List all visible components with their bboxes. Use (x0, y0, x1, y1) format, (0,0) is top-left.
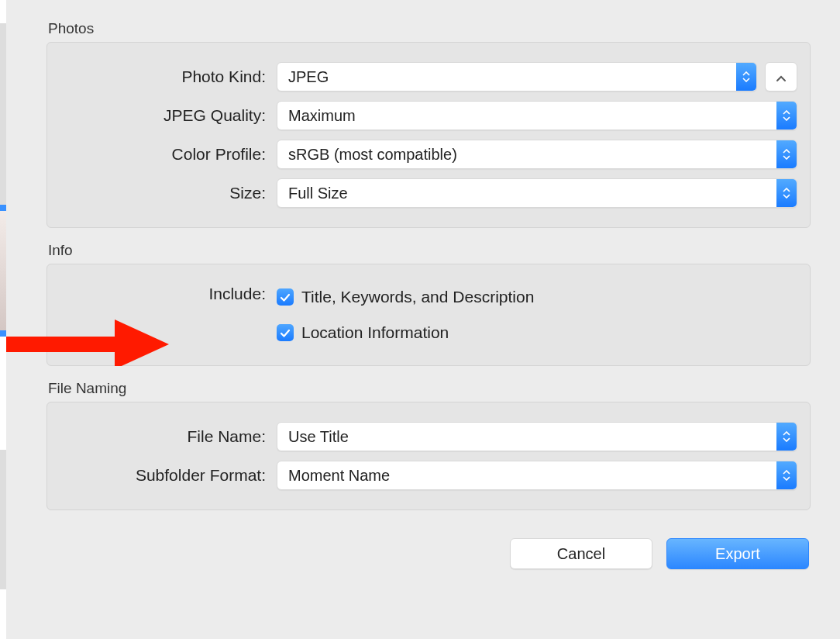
section-info: Info Include: Title, Keywords, and Descr… (46, 242, 811, 366)
checkbox-title-keywords[interactable] (277, 288, 294, 306)
stepper-icon (776, 423, 797, 451)
row-photo-kind: Photo Kind: JPEG (60, 61, 797, 92)
section-filenaming: File Naming File Name: Use Title Subfold… (46, 380, 811, 510)
checkbox-title-keywords-label: Title, Keywords, and Description (301, 288, 534, 306)
label-color-profile: Color Profile: (60, 145, 277, 164)
section-filenaming-title: File Naming (46, 380, 811, 397)
label-include: Include: (60, 283, 277, 303)
row-jpeg-quality: JPEG Quality: Maximum (60, 100, 797, 131)
select-subfolder-value: Moment Name (277, 467, 776, 485)
stepper-icon (776, 179, 797, 207)
select-size-value: Full Size (277, 185, 776, 202)
label-size: Size: (60, 184, 277, 202)
checkbox-location-row: Location Information (277, 323, 449, 342)
stepper-icon (776, 461, 797, 489)
row-subfolder: Subfolder Format: Moment Name (60, 460, 797, 491)
section-photos: Photos Photo Kind: JPEG (46, 20, 811, 228)
select-color-profile[interactable]: sRGB (most compatible) (277, 140, 797, 169)
checkbox-location[interactable] (277, 324, 294, 341)
section-info-title: Info (46, 242, 811, 259)
chevron-up-icon (776, 68, 787, 86)
section-info-body: Include: Title, Keywords, and Descriptio… (46, 264, 811, 366)
label-filename: File Name: (60, 427, 277, 446)
section-photos-body: Photo Kind: JPEG (46, 42, 811, 228)
select-color-profile-value: sRGB (most compatible) (277, 146, 776, 164)
stepper-icon (736, 63, 756, 91)
select-filename-value: Use Title (277, 428, 776, 446)
collapse-section-button[interactable] (765, 62, 797, 92)
dialog-buttons: Cancel Export (46, 538, 811, 569)
select-photo-kind-value: JPEG (277, 68, 736, 86)
row-include: Include: Title, Keywords, and Descriptio… (60, 283, 797, 347)
select-photo-kind[interactable]: JPEG (277, 62, 757, 92)
row-filename: File Name: Use Title (60, 421, 797, 452)
section-filenaming-body: File Name: Use Title Subfolder Format: (46, 402, 811, 510)
section-photos-title: Photos (46, 20, 811, 37)
label-photo-kind: Photo Kind: (60, 67, 277, 86)
check-icon (280, 288, 291, 306)
checkbox-location-label: Location Information (301, 323, 449, 342)
label-subfolder: Subfolder Format: (60, 466, 277, 485)
stepper-icon (776, 102, 797, 130)
stepper-icon (776, 140, 797, 168)
export-button[interactable]: Export (666, 538, 809, 569)
export-dialog: Photos Photo Kind: JPEG (0, 0, 840, 639)
row-size: Size: Full Size (60, 178, 797, 209)
select-jpeg-quality[interactable]: Maximum (277, 101, 797, 130)
checkbox-title-keywords-row: Title, Keywords, and Description (277, 288, 534, 306)
select-size[interactable]: Full Size (277, 178, 797, 208)
select-subfolder[interactable]: Moment Name (277, 461, 797, 490)
row-color-profile: Color Profile: sRGB (most compatible) (60, 139, 797, 170)
cancel-button[interactable]: Cancel (510, 538, 652, 569)
select-filename[interactable]: Use Title (277, 422, 797, 451)
label-jpeg-quality: JPEG Quality: (60, 106, 277, 125)
select-jpeg-quality-value: Maximum (277, 107, 776, 125)
check-icon (280, 324, 291, 342)
